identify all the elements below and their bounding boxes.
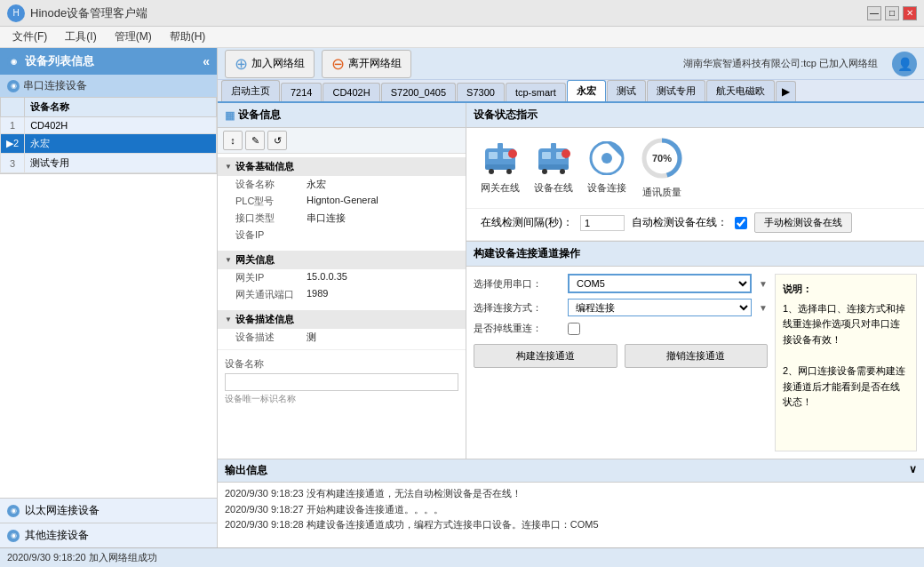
note-title: 说明： — [783, 282, 909, 298]
join-network-button[interactable]: ⊕ 加入网络组 — [225, 50, 315, 78]
close-button[interactable]: ✕ — [903, 6, 917, 20]
tabs-more-button[interactable]: ▶ — [776, 81, 796, 101]
build-connection-button[interactable]: 构建连接通道 — [474, 344, 617, 368]
device-info-icon: ▦ — [225, 109, 235, 122]
conn-ops-title: 构建设备连接通道操作 — [474, 247, 580, 260]
conn-mode-row: 选择连接方式： 编程连接 监控连接 ▼ — [474, 299, 768, 316]
svg-point-17 — [601, 153, 612, 164]
device-name-input[interactable] — [225, 373, 458, 391]
svg-point-15 — [562, 149, 570, 158]
sidebar: ◉ 设备列表信息 « ◉ 串口连接设备 设备名称 1 — [0, 48, 218, 547]
log-line-1: 2020/9/30 9:18:23 没有构建连接通道，无法自动检测设备是否在线！ — [225, 486, 917, 502]
label-gw-port: 网关通讯端口 — [235, 288, 307, 301]
value-desc: 测 — [307, 331, 316, 344]
label-gw-ip: 网关IP — [235, 271, 307, 284]
conn-mode-select[interactable]: 编程连接 监控连接 — [568, 299, 752, 316]
tab-yonghong[interactable]: 永宏 — [567, 80, 606, 101]
info-row-gw-ip: 网关IP 15.0.0.35 — [218, 269, 466, 286]
device-name-2: 永宏 — [25, 134, 217, 154]
device-row-2[interactable]: ▶2 永宏 — [1, 134, 217, 154]
check-interval-input[interactable] — [580, 215, 625, 231]
output-collapse-icon[interactable]: ∨ — [909, 463, 917, 478]
tab-test-special[interactable]: 测试专用 — [647, 80, 705, 101]
device-info-title: ▦ 设备信息 — [218, 103, 466, 128]
menu-help[interactable]: 帮助(H) — [161, 28, 215, 46]
device-name-3: 测试专用 — [25, 154, 217, 173]
device-online-label: 设备在线 — [534, 181, 573, 195]
row-num-1: 1 — [1, 117, 25, 134]
train-svg-2 — [535, 141, 572, 175]
check-interval-label: 在线检测间隔(秒)： — [481, 215, 573, 230]
device-name-section: 设备名称 设备唯一标识名称 — [218, 349, 466, 412]
leave-icon: ⊖ — [331, 54, 345, 74]
value-interface: 串口连接 — [307, 212, 346, 225]
info-row-desc: 设备描述 测 — [218, 329, 466, 346]
svg-point-12 — [542, 169, 547, 174]
sort-button[interactable]: ↕ — [223, 131, 243, 150]
refresh-button[interactable]: ↺ — [267, 131, 287, 150]
tab-cd402h[interactable]: CD402H — [323, 83, 379, 101]
online-check-bar: 在线检测间隔(秒)： 自动检测设备在线： 手动检测设备在线 — [466, 209, 924, 241]
tab-aerospace[interactable]: 航天电磁欧 — [706, 80, 775, 101]
tab-tcpsmart[interactable]: tcp-smart — [506, 83, 566, 101]
conn-ops-title-bar: 构建设备连接通道操作 — [466, 241, 924, 267]
device-connection-item: 设备连接 — [587, 141, 626, 195]
device-row-1[interactable]: 1 CD402H — [1, 117, 217, 134]
label-interface: 接口类型 — [235, 212, 307, 225]
note-text-1: 1、选择串口、连接方式和掉线重连操作选项只对串口连接设备有效！ — [783, 301, 909, 348]
info-row-interface: 接口类型 串口连接 — [218, 210, 466, 227]
tab-7214[interactable]: 7214 — [281, 83, 322, 101]
ethernet-devices-item[interactable]: ◉ 以太网连接设备 — [0, 498, 217, 523]
other-devices-item[interactable]: ◉ 其他连接设备 — [0, 523, 217, 547]
user-avatar: 👤 — [892, 52, 917, 76]
ethernet-icon: ◉ — [7, 505, 20, 517]
device-row-3[interactable]: 3 测试专用 — [1, 154, 217, 173]
value-gw-ip: 15.0.0.35 — [307, 271, 347, 284]
main-container: ◉ 设备列表信息 « ◉ 串口连接设备 设备名称 1 — [0, 48, 924, 547]
col-num — [1, 98, 25, 117]
label-plc: PLC型号 — [235, 195, 307, 208]
leave-network-button[interactable]: ⊖ 离开网络组 — [322, 50, 411, 78]
output-panel: 输出信息 ∨ 2020/9/30 9:18:23 没有构建连接通道，无法自动检测… — [218, 459, 924, 547]
sidebar-header-icon: ◉ — [7, 55, 20, 68]
tab-s7300[interactable]: S7300 — [457, 83, 505, 101]
value-plc: Hignton-General — [307, 195, 378, 208]
device-online-icon — [535, 141, 572, 178]
sidebar-collapse-button[interactable]: « — [203, 54, 210, 68]
tab-startup[interactable]: 启动主页 — [221, 80, 280, 101]
window-controls[interactable]: — □ ✕ — [867, 6, 917, 20]
info-row-gw-port: 网关通讯端口 1989 — [218, 286, 466, 303]
gateway-info-title: ▼ 网关信息 — [218, 251, 466, 269]
port-select[interactable]: COM1 COM2 COM3 COM4 COM5 COM6 — [568, 274, 752, 293]
menu-manage[interactable]: 管理(M) — [106, 28, 161, 46]
device-name-field-label: 设备名称 — [225, 357, 458, 371]
network-toolbar: ⊕ 加入网络组 ⊖ 离开网络组 湖南华宸智通科技有限公司:tcp 已加入网络组 … — [218, 48, 924, 80]
train-svg-1 — [482, 141, 519, 175]
svg-point-7 — [508, 149, 517, 158]
manual-check-button[interactable]: 手动检测设备在线 — [754, 212, 852, 233]
col-name: 设备名称 — [25, 98, 217, 117]
comm-quality-icon: 70% — [641, 137, 683, 182]
maximize-button[interactable]: □ — [885, 6, 899, 20]
tab-s7200[interactable]: S7200_0405 — [381, 83, 456, 101]
menu-bar: 文件(F) 工具(I) 管理(M) 帮助(H) — [0, 27, 924, 48]
serial-section-header[interactable]: ◉ 串口连接设备 — [0, 75, 217, 97]
menu-file[interactable]: 文件(F) — [4, 28, 56, 46]
sidebar-header: ◉ 设备列表信息 « — [0, 48, 217, 75]
cancel-connection-button[interactable]: 撤销连接通道 — [625, 344, 769, 368]
menu-tools[interactable]: 工具(I) — [56, 28, 105, 46]
gateway-online-icon — [482, 141, 519, 178]
port-select-row: 选择使用串口： COM1 COM2 COM3 COM4 COM5 COM6 ▼ — [474, 274, 768, 293]
other-icon: ◉ — [7, 530, 20, 542]
device-info-toolbar: ↕ ✎ ↺ — [218, 128, 466, 154]
basic-info-label: 设备基础信息 — [235, 160, 294, 173]
svg-point-5 — [506, 169, 512, 174]
tab-test[interactable]: 测试 — [607, 80, 646, 101]
serial-section-label: 串口连接设备 — [23, 78, 87, 93]
minimize-button[interactable]: — — [867, 6, 881, 20]
progress-svg: 70% — [641, 137, 683, 180]
auto-check-checkbox[interactable] — [735, 217, 747, 229]
join-icon: ⊕ — [235, 54, 248, 74]
edit-button[interactable]: ✎ — [245, 131, 265, 150]
reconnect-checkbox[interactable] — [568, 323, 580, 335]
